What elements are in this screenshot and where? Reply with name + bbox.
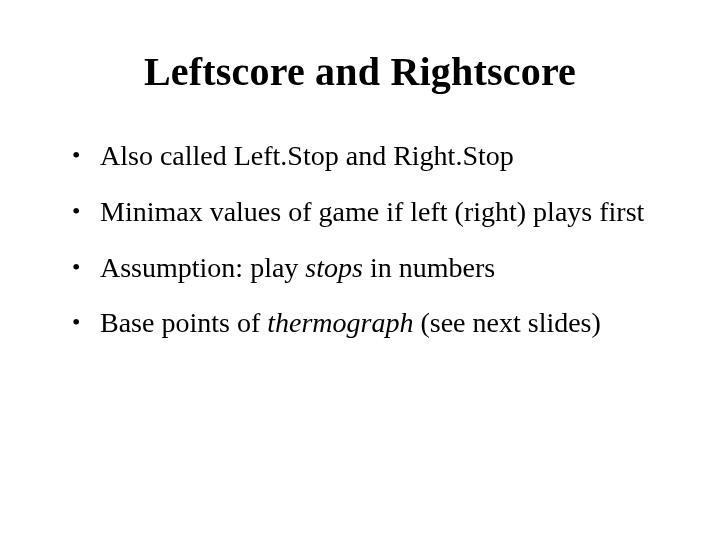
list-item: Also called Left.Stop and Right.Stop — [72, 137, 660, 175]
list-item: Minimax values of game if left (right) p… — [72, 193, 660, 231]
slide: Leftscore and Rightscore Also called Lef… — [0, 0, 720, 540]
bullet-text-pre: Base points of — [100, 307, 267, 338]
bullet-text-post: in numbers — [363, 252, 495, 283]
bullet-text-post: (see next slides) — [413, 307, 600, 338]
list-item: Base points of thermograph (see next sli… — [72, 304, 660, 342]
bullet-list: Also called Left.Stop and Right.Stop Min… — [60, 137, 660, 342]
bullet-text-emph: stops — [305, 252, 363, 283]
bullet-text: Minimax values of game if left (right) p… — [100, 196, 644, 227]
bullet-text-pre: Assumption: play — [100, 252, 305, 283]
slide-title: Leftscore and Rightscore — [60, 48, 660, 95]
bullet-text: Also called Left.Stop and Right.Stop — [100, 140, 514, 171]
bullet-text-emph: thermograph — [267, 307, 413, 338]
list-item: Assumption: play stops in numbers — [72, 249, 660, 287]
